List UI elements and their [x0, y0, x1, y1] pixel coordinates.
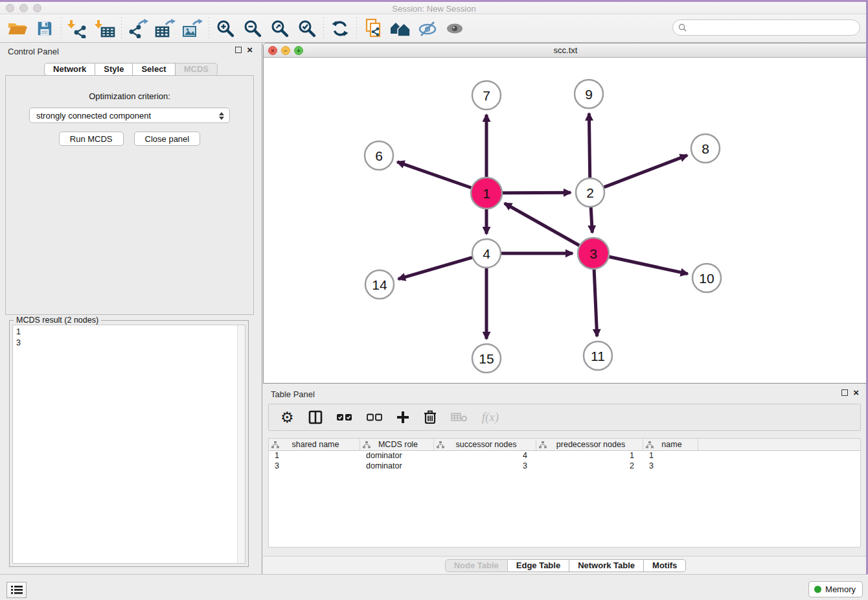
- table-panel-title: Table Panel: [271, 389, 315, 399]
- edge-4-14[interactable]: [398, 257, 472, 279]
- column-type-icon: [539, 441, 547, 448]
- cell-name[interactable]: 1: [643, 451, 698, 461]
- import-network-button[interactable]: [64, 16, 91, 41]
- zoom-fit-button[interactable]: [266, 16, 293, 41]
- cell-MCDS-role[interactable]: dominator: [360, 451, 434, 461]
- column-header-shared-name[interactable]: shared name: [269, 439, 360, 450]
- control-panel: Control Panel × NetworkStyleSelectMCDS O…: [0, 43, 262, 574]
- zoom-out-icon: [243, 19, 262, 38]
- export-image-icon: [182, 19, 203, 38]
- zoom-in-button[interactable]: [212, 16, 239, 41]
- table-row[interactable]: 1dominator411: [269, 451, 860, 461]
- export-image-button[interactable]: [179, 16, 206, 41]
- edge-3-11[interactable]: [594, 270, 597, 336]
- close-panel-icon[interactable]: ×: [247, 47, 253, 53]
- edge-3-10[interactable]: [609, 257, 687, 273]
- split-columns-icon[interactable]: [308, 408, 323, 427]
- select-all-columns-icon[interactable]: [337, 408, 352, 427]
- zoom-in-icon: [216, 19, 235, 38]
- save-session-button[interactable]: [31, 16, 58, 41]
- tab-network[interactable]: Network: [44, 63, 95, 76]
- mcds-result-group: MCDS result (2 nodes) 1 3: [9, 320, 249, 567]
- delete-column-icon[interactable]: [424, 408, 437, 427]
- table-tabs: Node TableEdge TableNetwork TableMotifs: [445, 559, 687, 572]
- search-input[interactable]: [690, 21, 860, 34]
- column-label: successor nodes: [444, 440, 536, 449]
- column-header-name[interactable]: name: [643, 439, 698, 450]
- open-session-button[interactable]: [4, 16, 31, 41]
- search-icon: [678, 23, 687, 32]
- column-header-MCDS-role[interactable]: MCDS role: [360, 439, 434, 450]
- node-label-6: 6: [375, 148, 383, 163]
- tab-node-table[interactable]: Node Table: [445, 559, 508, 572]
- import-table-button[interactable]: [91, 16, 119, 41]
- export-network-icon: [128, 19, 148, 38]
- first-neighbors-button[interactable]: [387, 16, 414, 41]
- tab-mcds[interactable]: MCDS: [176, 63, 218, 76]
- function-builder-icon[interactable]: f(x): [482, 408, 499, 427]
- export-network-button[interactable]: [124, 16, 152, 41]
- houses-icon: [389, 19, 411, 38]
- column-label: name: [654, 440, 698, 449]
- export-table-button[interactable]: [152, 16, 179, 41]
- close-table-panel-icon[interactable]: ×: [853, 389, 859, 396]
- cell-name[interactable]: 3: [643, 461, 698, 472]
- tab-edge-table[interactable]: Edge Table: [508, 559, 569, 572]
- tab-style[interactable]: Style: [95, 63, 133, 76]
- network-canvas[interactable]: 1234678910111415: [264, 58, 867, 384]
- network-window-titlebar[interactable]: × − + scc.txt: [264, 43, 867, 58]
- result-scrollbar[interactable]: [237, 325, 245, 563]
- column-label: MCDS role: [371, 440, 433, 449]
- table-settings-icon[interactable]: ⚙: [280, 408, 294, 427]
- node-label-7: 7: [483, 88, 490, 103]
- node-label-11: 11: [591, 349, 605, 363]
- column-header-successor-nodes[interactable]: successor nodes: [434, 439, 536, 450]
- status-bar: Memory: [0, 574, 868, 600]
- show-task-history-button[interactable]: [6, 582, 27, 598]
- tab-motifs[interactable]: Motifs: [644, 559, 686, 572]
- cell-successor-nodes[interactable]: 4: [434, 451, 536, 461]
- edge-1-6[interactable]: [397, 162, 471, 188]
- zoom-out-button[interactable]: [239, 16, 266, 41]
- zoom-selected-button[interactable]: [293, 16, 321, 41]
- float-table-panel-icon[interactable]: [841, 389, 848, 396]
- unselect-all-columns-icon[interactable]: [367, 408, 382, 427]
- edge-1-2[interactable]: [503, 192, 571, 193]
- cell-shared-name[interactable]: 1: [269, 451, 360, 461]
- import-table-icon: [95, 19, 115, 38]
- delete-table-icon[interactable]: [451, 408, 468, 427]
- mcds-result-list[interactable]: 1 3: [12, 325, 246, 564]
- cell-predecessor-nodes[interactable]: 1: [536, 451, 643, 461]
- export-table-icon: [155, 19, 176, 38]
- node-label-1: 1: [483, 186, 490, 201]
- network-graph[interactable]: 1234678910111415: [264, 58, 867, 384]
- run-mcds-button[interactable]: Run MCDS: [59, 132, 124, 146]
- app-title: Session: New Session: [0, 4, 868, 14]
- cell-MCDS-role[interactable]: dominator: [360, 461, 434, 472]
- tab-network-table[interactable]: Network Table: [569, 559, 644, 572]
- column-header-predecessor-nodes[interactable]: predecessor nodes: [536, 439, 643, 450]
- tab-select[interactable]: Select: [133, 63, 175, 76]
- memory-status-icon: [814, 586, 821, 593]
- float-panel-icon[interactable]: [235, 47, 242, 53]
- create-column-icon[interactable]: [396, 408, 409, 427]
- refresh-button[interactable]: [326, 16, 354, 41]
- memory-button[interactable]: Memory: [808, 581, 863, 597]
- table-row[interactable]: 3dominator323: [269, 461, 860, 472]
- app-titlebar: Session: New Session: [0, 2, 868, 14]
- hide-selected-button[interactable]: [414, 16, 441, 41]
- edge-3-1[interactable]: [505, 203, 579, 246]
- new-network-from-selection-button[interactable]: [360, 16, 387, 41]
- edge-2-8[interactable]: [604, 156, 687, 187]
- optimization-criterion-select[interactable]: strongly connected component: [29, 108, 230, 123]
- show-all-button[interactable]: [441, 16, 468, 41]
- cell-predecessor-nodes[interactable]: 2: [536, 461, 643, 472]
- search-field[interactable]: [672, 19, 860, 36]
- cell-successor-nodes[interactable]: 3: [434, 461, 536, 472]
- column-header-filler: [698, 439, 860, 450]
- cell-shared-name[interactable]: 3: [269, 461, 360, 472]
- edge-2-9[interactable]: [589, 113, 589, 178]
- eye-icon: [445, 19, 464, 38]
- close-panel-button[interactable]: Close panel: [134, 132, 201, 146]
- edge-2-3[interactable]: [591, 207, 592, 233]
